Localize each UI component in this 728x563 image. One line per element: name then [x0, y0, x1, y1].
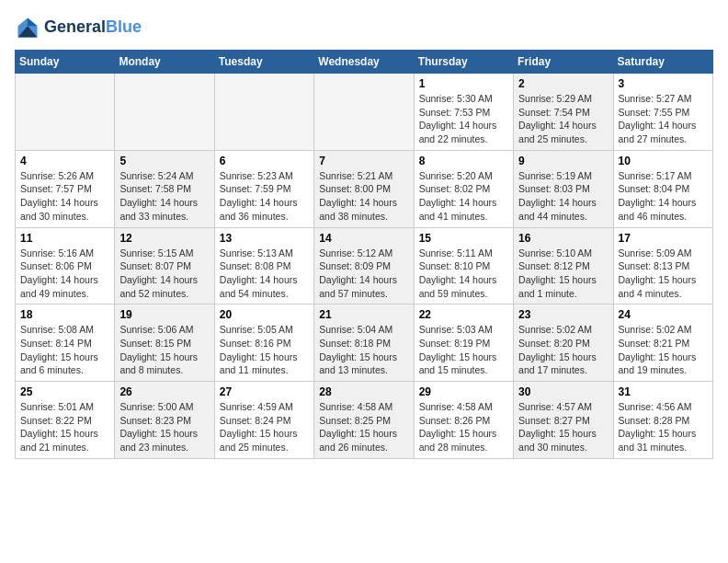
calendar-day-cell: 24Sunrise: 5:02 AM Sunset: 8:21 PM Dayli… — [613, 304, 712, 382]
day-number: 31 — [619, 385, 708, 398]
day-number: 13 — [220, 232, 309, 245]
day-info: Sunrise: 5:24 AM Sunset: 7:58 PM Dayligh… — [119, 169, 209, 224]
calendar-day-cell: 19Sunrise: 5:06 AM Sunset: 8:15 PM Dayli… — [115, 304, 214, 382]
day-number: 3 — [619, 77, 708, 90]
day-number: 23 — [518, 308, 608, 321]
calendar-week-row: 1Sunrise: 5:30 AM Sunset: 7:53 PM Daylig… — [16, 74, 713, 151]
calendar-day-cell: 1Sunrise: 5:30 AM Sunset: 7:53 PM Daylig… — [414, 74, 513, 151]
calendar-table: SundayMondayTuesdayWednesdayThursdayFrid… — [15, 50, 713, 459]
calendar-day-cell: 15Sunrise: 5:11 AM Sunset: 8:10 PM Dayli… — [414, 227, 513, 304]
calendar-day-cell: 10Sunrise: 5:17 AM Sunset: 8:04 PM Dayli… — [613, 150, 712, 227]
calendar-day-cell — [16, 74, 115, 151]
calendar-day-cell: 17Sunrise: 5:09 AM Sunset: 8:13 PM Dayli… — [613, 227, 712, 304]
day-info: Sunrise: 5:05 AM Sunset: 8:16 PM Dayligh… — [220, 323, 309, 377]
calendar-day-cell: 23Sunrise: 5:02 AM Sunset: 8:20 PM Dayli… — [514, 304, 613, 382]
day-number: 7 — [319, 155, 408, 167]
day-info: Sunrise: 5:02 AM Sunset: 8:21 PM Dayligh… — [619, 323, 708, 377]
calendar-header: SundayMondayTuesdayWednesdayThursdayFrid… — [16, 51, 713, 74]
day-info: Sunrise: 5:00 AM Sunset: 8:23 PM Dayligh… — [119, 400, 209, 454]
day-number: 26 — [119, 385, 209, 398]
day-info: Sunrise: 4:59 AM Sunset: 8:24 PM Dayligh… — [220, 400, 309, 454]
day-info: Sunrise: 5:08 AM Sunset: 8:14 PM Dayligh… — [20, 323, 109, 377]
weekday-header: Monday — [115, 51, 214, 74]
day-info: Sunrise: 5:13 AM Sunset: 8:08 PM Dayligh… — [220, 247, 309, 301]
calendar-day-cell: 27Sunrise: 4:59 AM Sunset: 8:24 PM Dayli… — [214, 382, 313, 459]
calendar-day-cell: 25Sunrise: 5:01 AM Sunset: 8:22 PM Dayli… — [16, 382, 115, 459]
day-number: 5 — [119, 155, 209, 167]
day-number: 14 — [319, 232, 408, 245]
day-number: 2 — [518, 77, 608, 90]
calendar-day-cell: 29Sunrise: 4:58 AM Sunset: 8:26 PM Dayli… — [414, 382, 513, 459]
calendar-day-cell: 14Sunrise: 5:12 AM Sunset: 8:09 PM Dayli… — [314, 227, 414, 304]
logo: GeneralBlue — [15, 15, 142, 40]
day-info: Sunrise: 5:09 AM Sunset: 8:13 PM Dayligh… — [619, 247, 708, 301]
day-info: Sunrise: 4:58 AM Sunset: 8:26 PM Dayligh… — [419, 400, 508, 454]
day-info: Sunrise: 5:04 AM Sunset: 8:18 PM Dayligh… — [319, 323, 408, 377]
calendar-day-cell — [214, 74, 313, 151]
day-number: 20 — [220, 308, 309, 321]
day-info: Sunrise: 5:11 AM Sunset: 8:10 PM Dayligh… — [419, 247, 508, 301]
calendar-day-cell: 2Sunrise: 5:29 AM Sunset: 7:54 PM Daylig… — [514, 74, 613, 151]
day-number: 16 — [518, 232, 608, 245]
day-info: Sunrise: 5:29 AM Sunset: 7:54 PM Dayligh… — [518, 92, 608, 146]
svg-marker-1 — [28, 18, 38, 27]
calendar-day-cell: 9Sunrise: 5:19 AM Sunset: 8:03 PM Daylig… — [514, 150, 613, 227]
day-number: 29 — [419, 385, 508, 398]
calendar-day-cell: 18Sunrise: 5:08 AM Sunset: 8:14 PM Dayli… — [16, 304, 115, 382]
calendar-day-cell: 12Sunrise: 5:15 AM Sunset: 8:07 PM Dayli… — [115, 227, 214, 304]
day-number: 9 — [518, 155, 608, 167]
weekday-header: Saturday — [613, 51, 712, 74]
calendar-day-cell: 6Sunrise: 5:23 AM Sunset: 7:59 PM Daylig… — [214, 150, 313, 227]
calendar-day-cell: 7Sunrise: 5:21 AM Sunset: 8:00 PM Daylig… — [314, 150, 414, 227]
calendar-day-cell: 11Sunrise: 5:16 AM Sunset: 8:06 PM Dayli… — [16, 227, 115, 304]
calendar-week-row: 18Sunrise: 5:08 AM Sunset: 8:14 PM Dayli… — [16, 304, 713, 382]
calendar-day-cell: 26Sunrise: 5:00 AM Sunset: 8:23 PM Dayli… — [115, 382, 214, 459]
calendar-week-row: 25Sunrise: 5:01 AM Sunset: 8:22 PM Dayli… — [16, 382, 713, 459]
day-number: 17 — [619, 232, 708, 245]
calendar-day-cell: 4Sunrise: 5:26 AM Sunset: 7:57 PM Daylig… — [16, 150, 115, 227]
day-info: Sunrise: 5:19 AM Sunset: 8:03 PM Dayligh… — [518, 169, 608, 224]
calendar-week-row: 4Sunrise: 5:26 AM Sunset: 7:57 PM Daylig… — [16, 150, 713, 227]
weekday-header: Wednesday — [314, 51, 414, 74]
day-number: 8 — [419, 155, 508, 167]
day-number: 12 — [119, 232, 209, 245]
calendar-day-cell — [115, 74, 214, 151]
day-info: Sunrise: 5:20 AM Sunset: 8:02 PM Dayligh… — [419, 169, 508, 224]
day-number: 10 — [619, 155, 708, 167]
calendar-day-cell: 5Sunrise: 5:24 AM Sunset: 7:58 PM Daylig… — [115, 150, 214, 227]
weekday-header: Friday — [514, 51, 613, 74]
day-number: 6 — [220, 155, 309, 167]
day-info: Sunrise: 4:58 AM Sunset: 8:25 PM Dayligh… — [319, 400, 408, 454]
weekday-header: Tuesday — [214, 51, 313, 74]
day-info: Sunrise: 5:10 AM Sunset: 8:12 PM Dayligh… — [518, 247, 608, 301]
day-info: Sunrise: 5:27 AM Sunset: 7:55 PM Dayligh… — [619, 92, 708, 146]
weekday-header: Sunday — [16, 51, 115, 74]
day-info: Sunrise: 5:12 AM Sunset: 8:09 PM Dayligh… — [319, 247, 408, 301]
day-info: Sunrise: 5:03 AM Sunset: 8:19 PM Dayligh… — [419, 323, 508, 377]
day-number: 24 — [619, 308, 708, 321]
day-info: Sunrise: 5:17 AM Sunset: 8:04 PM Dayligh… — [619, 169, 708, 224]
calendar-day-cell — [314, 74, 414, 151]
day-number: 15 — [419, 232, 508, 245]
day-info: Sunrise: 5:23 AM Sunset: 7:59 PM Dayligh… — [220, 169, 309, 224]
day-info: Sunrise: 5:21 AM Sunset: 8:00 PM Dayligh… — [319, 169, 408, 224]
logo-icon — [15, 15, 40, 40]
calendar-day-cell: 3Sunrise: 5:27 AM Sunset: 7:55 PM Daylig… — [613, 74, 712, 151]
day-info: Sunrise: 5:30 AM Sunset: 7:53 PM Dayligh… — [419, 92, 508, 146]
day-info: Sunrise: 5:06 AM Sunset: 8:15 PM Dayligh… — [119, 323, 209, 377]
calendar-day-cell: 30Sunrise: 4:57 AM Sunset: 8:27 PM Dayli… — [514, 382, 613, 459]
logo-text: GeneralBlue — [44, 18, 142, 37]
calendar-day-cell: 8Sunrise: 5:20 AM Sunset: 8:02 PM Daylig… — [414, 150, 513, 227]
day-number: 11 — [20, 232, 109, 245]
day-number: 28 — [319, 385, 408, 398]
day-number: 22 — [419, 308, 508, 321]
page-header: GeneralBlue — [15, 15, 713, 40]
day-info: Sunrise: 5:26 AM Sunset: 7:57 PM Dayligh… — [20, 169, 109, 224]
day-number: 4 — [20, 155, 109, 167]
day-info: Sunrise: 5:15 AM Sunset: 8:07 PM Dayligh… — [119, 247, 209, 301]
calendar-day-cell: 21Sunrise: 5:04 AM Sunset: 8:18 PM Dayli… — [314, 304, 414, 382]
day-number: 18 — [20, 308, 109, 321]
day-info: Sunrise: 5:16 AM Sunset: 8:06 PM Dayligh… — [20, 247, 109, 301]
day-info: Sunrise: 4:56 AM Sunset: 8:28 PM Dayligh… — [619, 400, 708, 454]
day-info: Sunrise: 4:57 AM Sunset: 8:27 PM Dayligh… — [518, 400, 608, 454]
